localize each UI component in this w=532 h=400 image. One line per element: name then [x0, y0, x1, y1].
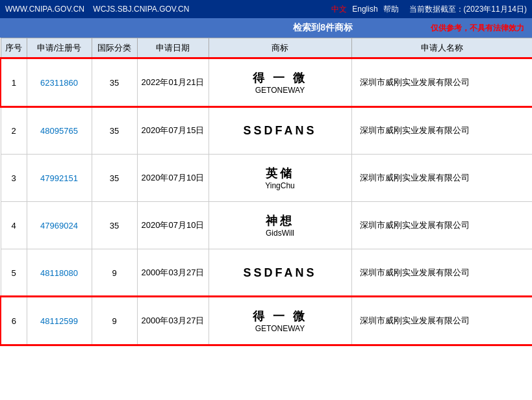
cell-date: 2020年07月10日 [137, 155, 209, 202]
cell-applicant: 深圳市威刚实业发展有限公司 [351, 249, 532, 297]
brand-sub-text: GETONEWAY [255, 324, 305, 333]
col-header-date: 申请日期 [137, 38, 209, 59]
brand-main-text: SSDFANS [243, 124, 316, 138]
table-row: 54811808092000年03月27日SSDFANS深圳市威刚实业发展有限公… [1, 249, 532, 297]
brand-sub-text: GidsWill [266, 229, 294, 238]
col-header-appno: 申请/注册号 [27, 38, 92, 59]
cell-appno[interactable]: 48095765 [27, 106, 92, 155]
results-table: 序号 申请/注册号 国际分类 申请日期 商标 申请人名称 16231186035… [0, 38, 532, 345]
title-bar: 检索到8件商标 仅供参考，不具有法律效力 [0, 18, 532, 38]
cell-seq: 4 [1, 202, 27, 249]
cell-applicant: 深圳市威刚实业发展有限公司 [351, 106, 532, 155]
cell-seq: 2 [1, 106, 27, 155]
cell-appno[interactable]: 47969024 [27, 202, 92, 249]
cell-applicant: 深圳市威刚实业发展有限公司 [351, 58, 532, 106]
cell-applicant: 深圳市威刚实业发展有限公司 [351, 297, 532, 345]
top-bar-links: 中文 English 帮助 当前数据截至：(2023年11月14日) [331, 4, 527, 15]
cell-seq: 5 [1, 249, 27, 297]
table-row: 347992151352020年07月10日英储YingChu深圳市威刚实业发展… [1, 155, 532, 202]
cell-brand: SSDFANS [209, 106, 351, 155]
cell-brand: 得 一 微GETONEWAY [209, 297, 351, 345]
appno-link[interactable]: 47992151 [40, 173, 78, 183]
appno-link[interactable]: 48118080 [40, 268, 78, 278]
table-row: 64811259992000年03月27日得 一 微GETONEWAY深圳市威刚… [1, 297, 532, 345]
cell-appno[interactable]: 47992151 [27, 155, 92, 202]
cell-applicant: 深圳市威刚实业发展有限公司 [351, 155, 532, 202]
cell-intl: 9 [92, 297, 137, 345]
brand-main-text: 神想 [266, 213, 294, 229]
date-label: 当前数据截至：(2023年11月14日) [409, 4, 527, 15]
col-header-applicant: 申请人名称 [351, 38, 532, 59]
cell-brand: 得 一 微GETONEWAY [209, 58, 351, 106]
search-result-title: 检索到8件商标 [216, 22, 431, 34]
cell-intl: 35 [92, 58, 137, 106]
cell-appno[interactable]: 48118080 [27, 249, 92, 297]
cell-date: 2020年07月15日 [137, 106, 209, 155]
table-row: 162311860352022年01月21日得 一 微GETONEWAY深圳市威… [1, 58, 532, 106]
cell-date: 2000年03月27日 [137, 249, 209, 297]
cell-applicant: 深圳市威刚实业发展有限公司 [351, 202, 532, 249]
chinese-lang-link[interactable]: 中文 [331, 4, 347, 15]
cell-seq: 1 [1, 58, 27, 106]
cell-date: 2022年01月21日 [137, 58, 209, 106]
appno-link[interactable]: 48095765 [40, 126, 78, 136]
cell-intl: 35 [92, 202, 137, 249]
table-row: 248095765352020年07月15日SSDFANS深圳市威刚实业发展有限… [1, 106, 532, 155]
disclaimer-text: 仅供参考，不具有法律效力 [431, 23, 524, 34]
cell-date: 2020年07月10日 [137, 202, 209, 249]
cell-seq: 3 [1, 155, 27, 202]
top-bar: WWW.CNIPA.GOV.CN WCJS.SBJ.CNIPA.GOV.CN 中… [0, 0, 532, 18]
brand-sub-text: YingChu [265, 181, 295, 190]
col-header-intl: 国际分类 [92, 38, 137, 59]
table-header-row: 序号 申请/注册号 国际分类 申请日期 商标 申请人名称 [1, 38, 532, 59]
col-header-seq: 序号 [1, 38, 27, 59]
english-lang-link[interactable]: English [352, 5, 377, 14]
cell-seq: 6 [1, 297, 27, 345]
appno-link[interactable]: 48112599 [40, 316, 78, 326]
cell-intl: 9 [92, 249, 137, 297]
brand-main-text: 得 一 微 [253, 308, 307, 324]
cell-brand: 英储YingChu [209, 155, 351, 202]
appno-link[interactable]: 47969024 [40, 221, 78, 231]
help-link[interactable]: 帮助 [383, 4, 399, 15]
brand-main-text: 得 一 微 [253, 70, 307, 86]
brand-sub-text: GETONEWAY [255, 86, 305, 95]
url1: WWW.CNIPA.GOV.CN [5, 5, 84, 14]
brand-main-text: SSDFANS [243, 266, 316, 280]
cell-intl: 35 [92, 106, 137, 155]
cell-appno[interactable]: 62311860 [27, 58, 92, 106]
col-header-brand: 商标 [209, 38, 351, 59]
cell-brand: 神想GidsWill [209, 202, 351, 249]
cell-date: 2000年03月27日 [137, 297, 209, 345]
appno-link[interactable]: 62311860 [40, 78, 78, 88]
table-row: 447969024352020年07月10日神想GidsWill深圳市威刚实业发… [1, 202, 532, 249]
cell-appno[interactable]: 48112599 [27, 297, 92, 345]
url2: WCJS.SBJ.CNIPA.GOV.CN [93, 5, 189, 14]
url-bar: WWW.CNIPA.GOV.CN WCJS.SBJ.CNIPA.GOV.CN [5, 5, 331, 14]
cell-brand: SSDFANS [209, 249, 351, 297]
brand-main-text: 英储 [266, 166, 294, 181]
cell-intl: 35 [92, 155, 137, 202]
